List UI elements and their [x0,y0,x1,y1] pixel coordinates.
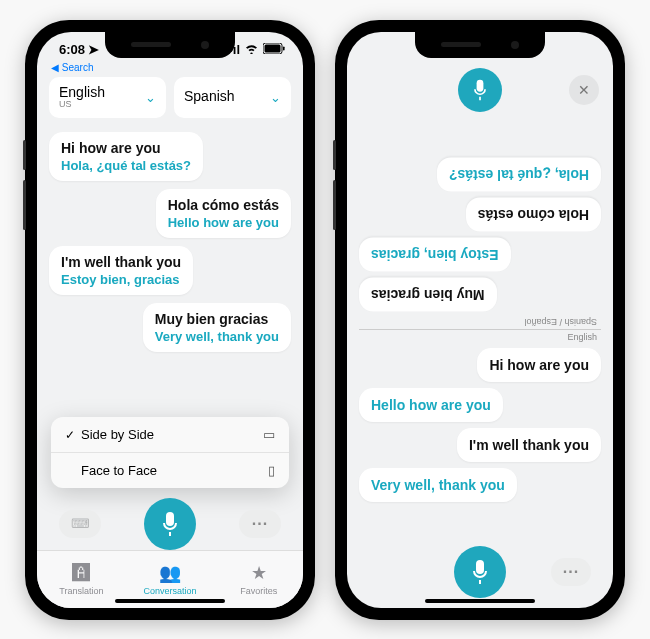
original-text: Hola cómo estás [168,197,279,213]
svg-rect-1 [265,45,281,53]
bottom-actions: ⌨ ··· [37,492,303,550]
status-time: 6:08 [59,42,85,57]
svg-rect-3 [166,512,174,526]
microphone-button[interactable] [144,498,196,550]
more-button[interactable]: ··· [239,510,281,538]
battery-icon [263,42,285,57]
message-bubble[interactable]: Hola cómo estásHello how are you [156,189,291,238]
chevron-down-icon: ⌄ [145,90,156,105]
source-language-picker[interactable]: English US ⌄ [49,77,166,118]
wifi-icon [244,42,259,57]
translated-text: Hola, ¿qué tal estás? [61,158,191,173]
keyboard-button[interactable]: ⌨ [59,510,101,538]
location-icon: ➤ [88,42,99,57]
face-to-face-icon: ▯ [268,463,275,478]
top-controls: ✕ [347,62,613,118]
microphone-button-bottom[interactable] [454,546,506,598]
original-text: Hi how are you [61,140,191,156]
view-mode-menu: ✓Side by Side ▭ ✓Face to Face ▯ [51,417,289,488]
message-bubble[interactable]: I'm well thank youEstoy bien, gracias [49,246,193,295]
message-bubble[interactable]: Hola, ¿qué tal estás? [437,157,601,191]
more-button[interactable]: ··· [551,558,591,586]
message-bubble[interactable]: Hello how are you [359,388,503,422]
phone-side-by-side: 6:08 ➤ ••ıl ◀ Search English US ⌄ [25,20,315,620]
tab-translation[interactable]: 🅰 Translation [37,551,126,608]
message-bubble[interactable]: Hi how are youHola, ¿qué tal estás? [49,132,203,181]
message-bubble[interactable]: Hi how are you [477,348,601,382]
side-by-side-icon: ▭ [263,427,275,442]
checkmark-icon: ✓ [65,428,75,442]
message-bubble[interactable]: I'm well thank you [457,428,601,462]
menu-item-face-to-face[interactable]: ✓Face to Face ▯ [51,453,289,488]
message-bubble[interactable]: Estoy bien, gracias [359,237,511,271]
bottom-language-label: English [347,330,613,344]
svg-rect-4 [477,79,484,91]
message-bubble[interactable]: Very well, thank you [359,468,517,502]
bottom-half-english[interactable]: Hi how are youHello how are youI'm well … [347,344,613,542]
home-indicator[interactable] [115,599,225,603]
screen: ✕ Muy bien graciasEstoy bien, graciasHol… [347,32,613,608]
close-button[interactable]: ✕ [569,75,599,105]
svg-rect-2 [283,47,285,51]
translated-text: Very well, thank you [155,329,279,344]
notch [105,32,235,58]
original-text: Muy bien gracias [155,311,279,327]
target-language-picker[interactable]: Spanish ⌄ [174,77,291,118]
target-lang-label: Spanish [184,89,235,104]
original-text: I'm well thank you [61,254,181,270]
conversation-icon: 👥 [159,562,181,584]
favorites-icon: ★ [251,562,267,584]
translated-text: Hello how are you [168,215,279,230]
source-lang-sub: US [59,100,105,110]
microphone-button-top[interactable] [458,68,502,112]
phone-face-to-face: ✕ Muy bien graciasEstoy bien, graciasHol… [335,20,625,620]
home-indicator[interactable] [425,599,535,603]
tab-favorites[interactable]: ★ Favorites [214,551,303,608]
message-bubble[interactable]: Muy bien gracias [359,277,497,311]
message-bubble[interactable]: Hola cómo estás [466,197,601,231]
screen: 6:08 ➤ ••ıl ◀ Search English US ⌄ [37,32,303,608]
svg-rect-5 [476,560,484,574]
translated-text: Estoy bien, gracias [61,272,181,287]
language-picker-row: English US ⌄ Spanish ⌄ [37,73,303,126]
menu-item-side-by-side[interactable]: ✓Side by Side ▭ [51,417,289,453]
message-bubble[interactable]: Muy bien graciasVery well, thank you [143,303,291,352]
chevron-down-icon: ⌄ [270,90,281,105]
translation-icon: 🅰 [72,563,90,584]
face-to-face-body: Muy bien graciasEstoy bien, graciasHola … [347,118,613,542]
back-link[interactable]: ◀ Search [37,62,303,73]
top-half-spanish[interactable]: Muy bien graciasEstoy bien, graciasHola … [347,118,613,316]
top-language-label: Spanish / Español [347,315,613,329]
source-lang-label: English [59,85,105,100]
notch [415,32,545,58]
conversation-list[interactable]: Hi how are youHola, ¿qué tal estás?Hola … [37,126,303,413]
